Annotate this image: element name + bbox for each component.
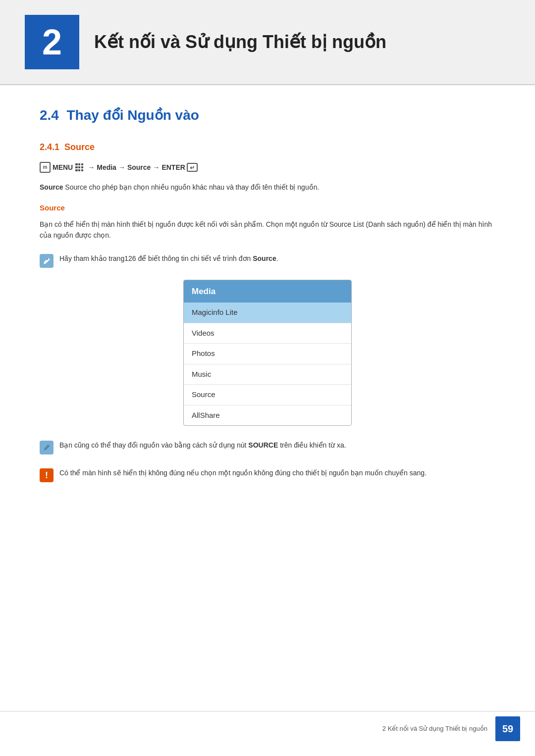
note-1-text: Hãy tham khảo trang126 để biết thông tin… (59, 253, 495, 264)
menu-grid-icon (75, 163, 83, 171)
enter-icon: ↵ (187, 163, 198, 172)
media-popup: Media Magicinfo Lite Videos Photos Music… (183, 280, 352, 426)
media-menu-item-photos[interactable]: Photos (184, 344, 351, 364)
note-pencil-icon-1 (40, 254, 54, 268)
chapter-title: Kết nối và Sử dụng Thiết bị nguồn (94, 29, 386, 55)
arrow1: → (88, 162, 95, 173)
arrow3: → (153, 162, 160, 173)
note-block-1: Hãy tham khảo trang126 để biết thông tin… (40, 251, 495, 270)
arrow2: → (118, 162, 125, 173)
media-menu-item-music[interactable]: Music (184, 364, 351, 385)
media-menu-item-videos[interactable]: Videos (184, 323, 351, 344)
source-description: Bạn có thể hiển thị màn hình thiết bị ng… (40, 219, 495, 241)
section-number: 2.4 (40, 107, 59, 123)
warning-text: Có thể màn hình sẽ hiển thị không đúng n… (59, 467, 495, 478)
note-pencil-icon-2 (40, 441, 54, 454)
note-2-text: Bạn cũng có thể thay đổi nguồn vào bằng … (59, 440, 495, 451)
subsection-heading: 2.4.1 Source (40, 141, 495, 154)
media-menu-item-magicinfo[interactable]: Magicinfo Lite (184, 302, 351, 323)
section-title: Thay đổi Nguồn vào (67, 107, 199, 123)
footer-section-label: 2 Kết nối và Sử dụng Thiết bị nguồn (15, 724, 495, 734)
menu-path: m MENU → Media → Source → ENTER ↵ (40, 162, 495, 173)
media-popup-header: Media (184, 280, 351, 303)
note2-source-bold: SOURCE (248, 441, 278, 449)
footer-page-number: 59 (495, 716, 520, 741)
menu-label: MENU (53, 162, 73, 173)
source-bold-intro: Source (40, 183, 63, 191)
media-label: Media (97, 162, 116, 173)
menu-icon: m (40, 162, 51, 173)
media-menu-item-source[interactable]: Source (184, 385, 351, 405)
note-block-2: Bạn cũng có thể thay đổi nguồn vào bằng … (40, 438, 495, 456)
enter-label: ENTER (161, 162, 185, 173)
section-heading: 2.4 Thay đổi Nguồn vào (40, 105, 495, 126)
warning-icon: ! (40, 468, 54, 482)
intro-text: Source Source cho phép bạn chọn nhiều ng… (40, 182, 495, 193)
page-footer: 2 Kết nối và Sử dụng Thiết bị nguồn 59 (0, 711, 535, 746)
subsection-number: 2.4.1 (40, 142, 59, 152)
chapter-header: 2 Kết nối và Sử dụng Thiết bị nguồn (0, 0, 535, 85)
subsection-title: Source (64, 142, 95, 152)
chapter-number: 2 (25, 15, 79, 69)
source-subheading: Source (40, 202, 495, 214)
media-menu-item-allshare[interactable]: AllShare (184, 405, 351, 426)
main-content: 2.4 Thay đổi Nguồn vào 2.4.1 Source m ME… (0, 105, 535, 484)
warning-block: ! Có thể màn hình sẽ hiển thị không đúng… (40, 465, 495, 484)
note1-source-bold: Source (253, 254, 276, 262)
source-label: Source (127, 162, 151, 173)
